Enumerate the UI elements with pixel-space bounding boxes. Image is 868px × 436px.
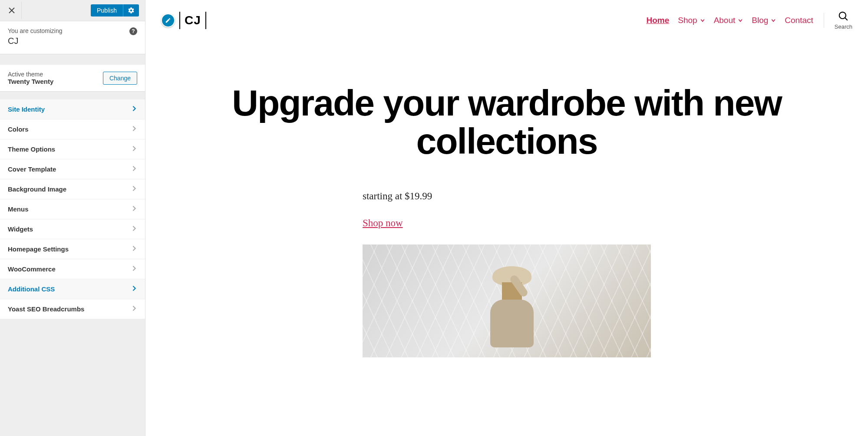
chevron-right-icon <box>131 305 137 313</box>
chevron-right-icon <box>131 126 137 133</box>
menu-item-label: Theme Options <box>8 145 55 153</box>
nav-item-blog[interactable]: Blog <box>752 16 776 25</box>
menu-item-woocommerce[interactable]: WooCommerce <box>0 259 145 279</box>
logo-area: CJ <box>161 12 208 29</box>
menu-item-label: Site Identity <box>8 106 45 113</box>
theme-info: Active theme Twenty Twenty <box>8 71 53 85</box>
hero-image <box>363 244 651 357</box>
nav-item-label: Blog <box>752 16 768 25</box>
svg-point-2 <box>839 12 846 19</box>
menu-item-theme-options[interactable]: Theme Options <box>0 139 145 159</box>
menu-item-menus[interactable]: Menus <box>0 199 145 219</box>
menu-item-homepage-settings[interactable]: Homepage Settings <box>0 239 145 259</box>
nav-item-label: Shop <box>678 16 697 25</box>
page-title: Upgrade your wardrobe with new collectio… <box>172 84 842 160</box>
chevron-right-icon <box>131 205 137 213</box>
pencil-icon <box>165 17 171 23</box>
menu-item-yoast-seo-breadcrumbs[interactable]: Yoast SEO Breadcrumbs <box>0 299 145 319</box>
logo-separator <box>205 12 206 29</box>
nav-item-shop[interactable]: Shop <box>678 16 705 25</box>
site-name: CJ <box>8 36 137 46</box>
menu-item-background-image[interactable]: Background Image <box>0 179 145 199</box>
publish-settings-button[interactable] <box>123 4 139 17</box>
publish-button[interactable]: Publish <box>91 4 123 17</box>
customizer-menu-list: Site IdentityColorsTheme OptionsCover Te… <box>0 99 145 319</box>
menu-item-label: Cover Template <box>8 165 56 173</box>
svg-line-3 <box>845 18 848 20</box>
chevron-right-icon <box>131 165 137 173</box>
hero-section: Upgrade your wardrobe with new collectio… <box>145 40 868 375</box>
chevron-right-icon <box>131 185 137 193</box>
nav-item-label: About <box>714 16 736 25</box>
menu-item-label: Colors <box>8 126 29 133</box>
menu-item-site-identity[interactable]: Site Identity <box>0 99 145 119</box>
nav-menu: HomeShopAboutBlogContact <box>646 16 813 25</box>
theme-section: Active theme Twenty Twenty Change <box>0 65 145 92</box>
nav-item-label: Home <box>646 16 669 25</box>
chevron-right-icon <box>131 225 137 233</box>
close-button[interactable] <box>2 2 22 19</box>
customizing-label: You are customizing <box>8 27 137 34</box>
nav-area: HomeShopAboutBlogContact Search <box>646 10 852 30</box>
nav-item-about[interactable]: About <box>714 16 743 25</box>
price-text: starting at $19.99 <box>363 191 651 202</box>
search-icon <box>838 10 849 22</box>
help-icon[interactable]: ? <box>129 27 137 35</box>
customizing-section: You are customizing CJ ? <box>0 21 145 54</box>
search-label: Search <box>835 23 852 30</box>
sidebar-top-bar: Publish <box>0 0 145 21</box>
menu-item-label: Menus <box>8 205 29 213</box>
menu-item-cover-template[interactable]: Cover Template <box>0 159 145 179</box>
customizer-sidebar: Publish You are customizing CJ ? Active … <box>0 0 145 436</box>
menu-item-additional-css[interactable]: Additional CSS <box>0 279 145 299</box>
chevron-right-icon <box>131 106 137 113</box>
chevron-right-icon <box>131 265 137 273</box>
menu-item-label: WooCommerce <box>8 265 56 273</box>
logo-separator <box>179 12 180 29</box>
nav-item-contact[interactable]: Contact <box>785 16 813 25</box>
menu-item-label: Yoast SEO Breadcrumbs <box>8 305 84 313</box>
nav-divider <box>824 13 824 28</box>
logo-text[interactable]: CJ <box>185 13 201 27</box>
search-button[interactable]: Search <box>835 10 852 30</box>
shop-now-link[interactable]: Shop now <box>363 218 403 229</box>
chevron-right-icon <box>131 145 137 153</box>
hero-image-figure <box>484 266 540 357</box>
menu-item-colors[interactable]: Colors <box>0 119 145 139</box>
hero-content-block: starting at $19.99 Shop now <box>363 191 651 357</box>
chevron-down-icon <box>700 16 705 25</box>
active-theme-label: Active theme <box>8 71 53 78</box>
menu-item-label: Homepage Settings <box>8 245 69 253</box>
preview-header: CJ HomeShopAboutBlogContact Search <box>145 0 868 40</box>
menu-item-label: Background Image <box>8 185 66 193</box>
site-preview: CJ HomeShopAboutBlogContact Search Upgra… <box>145 0 868 436</box>
gear-icon <box>128 7 135 14</box>
chevron-right-icon <box>131 285 137 293</box>
menu-item-label: Widgets <box>8 225 33 233</box>
publish-area: Publish <box>22 2 143 19</box>
menu-item-widgets[interactable]: Widgets <box>0 219 145 239</box>
menu-item-label: Additional CSS <box>8 285 55 293</box>
theme-name: Twenty Twenty <box>8 78 53 85</box>
chevron-right-icon <box>131 245 137 253</box>
nav-item-label: Contact <box>785 16 813 25</box>
close-icon <box>8 7 15 14</box>
chevron-down-icon <box>771 16 776 25</box>
nav-item-home[interactable]: Home <box>646 16 669 25</box>
change-theme-button[interactable]: Change <box>103 72 137 85</box>
edit-shortcut-button[interactable] <box>161 13 175 27</box>
chevron-down-icon <box>738 16 743 25</box>
